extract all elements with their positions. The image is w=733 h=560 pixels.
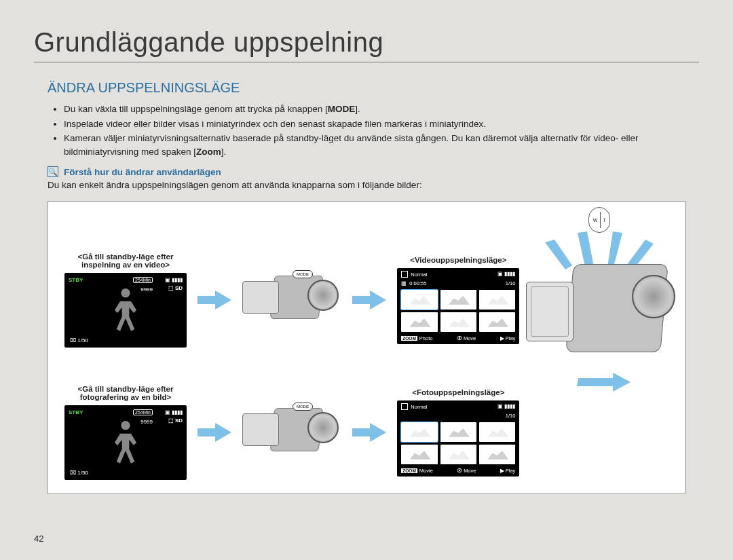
bullet-text: Kameran väljer miniatyrvisningsalternati… xyxy=(64,133,638,157)
bullet-item: Du kan växla till uppspelningsläge genom… xyxy=(64,102,685,116)
bullet-item: Kameran väljer miniatyrvisningsalternati… xyxy=(64,132,685,158)
section-title: ÄNDRA UPPSPELNINGSLÄGE xyxy=(48,80,685,96)
thumbnail xyxy=(479,422,515,442)
thumbnail xyxy=(401,290,437,310)
playback-lcd-photo: Normal ▣ ▮▮▮▮ 1/10 ZOOMMovie ⦿ Move xyxy=(397,400,519,477)
bullet-list: Du kan växla till uppspelningsläge genom… xyxy=(48,102,685,158)
lcd-minutes: 254Min xyxy=(133,409,153,415)
pb-mode: Normal xyxy=(411,272,427,278)
thumbnail-grid xyxy=(401,422,515,464)
mode-button-label: MODE xyxy=(293,270,313,278)
page-number: 42 xyxy=(34,534,43,544)
bullet-text: Inspelade videor eller bilder visas i mi… xyxy=(64,119,486,129)
thumbnail xyxy=(479,312,515,332)
playback-lcd-video: Normal ▣ ▮▮▮▮ ▦0:00:55 1/10 ZOOMPhoto xyxy=(397,268,519,344)
move-icon: ⦿ xyxy=(457,335,462,341)
thumbnail xyxy=(479,445,515,464)
thumbnail xyxy=(401,422,437,442)
thumbnail xyxy=(401,312,437,332)
standby-lcd-video: STBY 254Min ▣ ▮▮▮▮ 9999 ⬚ SD ⌧ 1/50 xyxy=(64,273,187,348)
figure-box: <Gå till standby-läge efter inspelning a… xyxy=(48,201,685,494)
pb-bottom-left: Movie xyxy=(419,468,433,474)
pb-fraction: 1/10 xyxy=(506,413,516,419)
pb-duration: 0:00:55 xyxy=(409,280,426,286)
thumbnail-grid xyxy=(401,290,515,332)
pb-mode: Normal xyxy=(411,404,427,410)
mode-button-label: MODE xyxy=(293,403,313,411)
camcorder-icon: MODE xyxy=(242,398,341,466)
skater-icon xyxy=(105,415,146,470)
arrow-icon xyxy=(352,423,386,442)
play-icon: ▶ xyxy=(500,335,504,341)
zoom-w-label: W xyxy=(593,218,598,223)
camcorder-large: W T xyxy=(530,210,669,386)
page-title: Grundläggande uppspelning xyxy=(34,27,699,62)
mode-box-icon xyxy=(401,403,408,410)
lcd-bottom-left: ⌧ 1/50 xyxy=(70,470,88,476)
arrow-icon xyxy=(198,291,231,310)
skater-icon xyxy=(105,283,146,337)
figure-row-video: <Gå till standby-läge efter inspelning a… xyxy=(64,214,669,386)
thumbnail xyxy=(440,312,476,332)
lcd-minutes: 254Min xyxy=(133,277,153,283)
lcd-status: STBY xyxy=(69,277,83,283)
sd-icon: ⬚ SD xyxy=(168,285,183,291)
thumbnail xyxy=(479,290,515,310)
video-standby-caption: <Gå till standby-läge efter inspelning a… xyxy=(64,253,187,269)
figure-row-photo: <Gå till standby-läge efter fotograferin… xyxy=(64,385,669,480)
bullet-bold: Zoom xyxy=(196,147,221,157)
pb-bottom-right: Play xyxy=(506,335,516,341)
battery-icon: ▣ ▮▮▮▮ xyxy=(165,277,183,283)
arrow-icon xyxy=(578,371,639,392)
duration-box-icon: ▦ xyxy=(401,280,407,286)
thumbnail xyxy=(440,445,476,464)
zoom-badge: ZOOM xyxy=(401,468,417,473)
magnifier-icon: 🔍 xyxy=(48,166,58,177)
bullet-text: ]. xyxy=(355,104,360,114)
hint-text: Du kan enkelt ändra uppspelningslägen ge… xyxy=(48,180,685,190)
move-icon: ⦿ xyxy=(457,468,462,474)
play-icon: ▶ xyxy=(500,468,504,474)
thumbnail xyxy=(440,422,476,442)
bullet-bold: MODE xyxy=(328,104,356,114)
thumbnail xyxy=(440,290,476,310)
pb-fraction: 1/10 xyxy=(506,280,516,286)
mode-box-icon xyxy=(401,271,408,278)
arrow-icon xyxy=(352,291,386,310)
zoom-t-label: T xyxy=(603,218,605,223)
sd-icon: ⬚ SD xyxy=(168,417,183,424)
photo-standby-caption: <Gå till standby-läge efter fotograferin… xyxy=(64,385,187,401)
photo-playback-caption: <Fotouppspelningsläge> xyxy=(397,388,519,396)
bullet-text: Du kan växla till uppspelningsläge genom… xyxy=(64,104,328,114)
thumbnail xyxy=(401,445,437,464)
pb-bottom-mid: Move xyxy=(464,468,476,474)
pb-bottom-left: Photo xyxy=(419,335,433,341)
video-playback-caption: <Videouppspelningsläge> xyxy=(397,256,519,264)
battery-icon: ▣ ▮▮▮▮ xyxy=(497,403,515,409)
lcd-bottom-left: ⌧ 1/50 xyxy=(70,337,88,343)
arrow-icon xyxy=(198,423,231,442)
camcorder-icon: MODE xyxy=(242,266,341,334)
standby-lcd-photo: STBY 254Min ▣ ▮▮▮▮ 9999 ⬚ SD ⌧ 1/50 xyxy=(64,405,187,480)
pb-bottom-right: Play xyxy=(506,468,516,474)
battery-icon: ▣ ▮▮▮▮ xyxy=(497,271,515,277)
lcd-status: STBY xyxy=(69,409,83,415)
battery-icon: ▣ ▮▮▮▮ xyxy=(165,409,183,415)
hint-title: Förstå hur du ändrar användarlägen xyxy=(64,167,221,177)
bullet-text: ]. xyxy=(221,147,227,157)
bullet-item: Inspelade videor eller bilder visas i mi… xyxy=(64,117,685,131)
pb-bottom-mid: Move xyxy=(464,335,476,341)
zoom-badge: ZOOM xyxy=(401,336,417,341)
